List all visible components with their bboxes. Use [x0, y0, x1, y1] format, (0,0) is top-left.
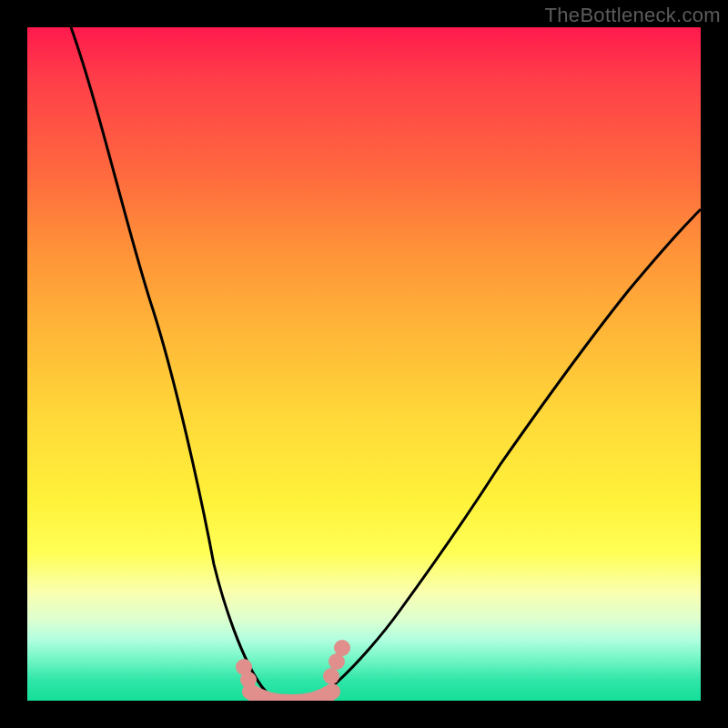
right-curve	[308, 209, 701, 701]
valley-dot	[240, 672, 257, 688]
watermark-text: TheBottleneck.com	[545, 4, 721, 27]
chart-frame: TheBottleneck.com	[0, 0, 728, 728]
valley-floor	[250, 692, 332, 701]
valley-dot	[334, 640, 350, 656]
chart-plot-area	[27, 27, 701, 701]
valley-dot	[323, 668, 339, 684]
left-curve	[71, 27, 280, 701]
chart-svg	[27, 27, 701, 701]
